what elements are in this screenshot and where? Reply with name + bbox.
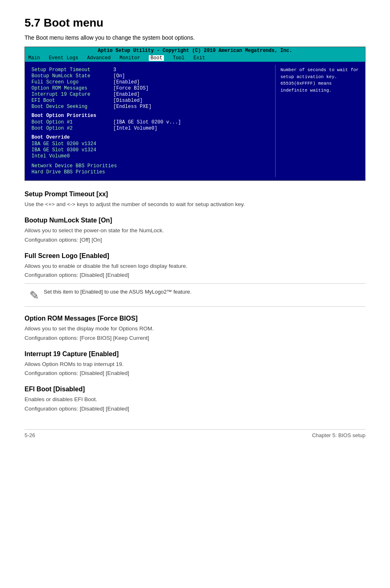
section-heading-efi: EFI Boot [Disabled]	[25, 386, 365, 393]
bios-body: Setup Prompt Timeout 3 Bootup NumLock St…	[25, 62, 365, 180]
menu-boot[interactable]: Boot	[149, 55, 164, 61]
section-interrupt-19-capture: Interrupt 19 Capture [Enabled] Allows Op…	[25, 350, 365, 378]
section-para-fsl-2: Configuration options: [Disabled] [Enabl…	[25, 271, 365, 279]
bios-row-boot-opt2: Boot Option #2 [Intel Volume0]	[31, 126, 269, 131]
section-para-efi-1: Enables or disables EFI Boot.	[25, 395, 365, 404]
bios-override-intel: Intel Volume0	[31, 153, 269, 159]
bios-title-bar: Aptio Setup Utility - Copyright (C) 2010…	[25, 47, 365, 54]
section-para-orm-2: Configuration options: [Force BIOS] [Kee…	[25, 334, 365, 342]
section-para-int-2: Configuration options: [Disabled] [Enabl…	[25, 369, 365, 377]
bios-row-setup-prompt: Setup Prompt Timeout 3	[31, 67, 269, 73]
bios-override-header: Boot Override	[31, 135, 269, 140]
bios-value-interrupt: [Enabled]	[113, 92, 140, 97]
section-full-screen-logo: Full Screen Logo [Enabled] Allows you to…	[25, 252, 365, 307]
section-bootup-numlock: Bootup NumLock State [On] Allows you to …	[25, 217, 365, 244]
menu-event-logs[interactable]: Event Logs	[49, 55, 78, 61]
section-heading-numlock: Bootup NumLock State [On]	[25, 217, 365, 224]
bios-main-panel: Setup Prompt Timeout 3 Bootup NumLock St…	[25, 65, 275, 177]
bios-label-option-rom: Option ROM Messages	[31, 85, 113, 91]
bios-row-interrupt: Interrupt 19 Capture [Enabled]	[31, 92, 269, 97]
page-title: 5.7 Boot menu	[25, 16, 365, 29]
bios-value-numlock: [On]	[113, 73, 125, 79]
bios-row-full-screen-logo: Full Screen Logo [Enabled]	[31, 79, 269, 85]
section-para-int-1: Allows Option ROMs to trap interrupt 19.	[25, 360, 365, 368]
bios-value-efi: [Disabled]	[113, 98, 143, 103]
bios-value-boot-device: [Endless PXE]	[113, 104, 152, 110]
menu-advanced[interactable]: Advanced	[87, 55, 111, 61]
bios-label-full-screen-logo: Full Screen Logo	[31, 79, 113, 85]
bios-network-device-bbs: Network Device BBS Priorities	[31, 163, 269, 169]
section-para-numlock-2: Configuration options: [Off] [On]	[25, 236, 365, 244]
bios-row-efi: EFI Boot [Disabled]	[31, 98, 269, 103]
bios-override-iba0300: IBA GE Slot 0300 v1324	[31, 147, 269, 153]
section-para-fsl-1: Allows you to enable or disable the full…	[25, 262, 365, 270]
menu-exit[interactable]: Exit	[193, 55, 205, 61]
bios-row-boot-opt1: Boot Option #1 [IBA GE Slot 0200 v...]	[31, 119, 269, 125]
section-para-efi-2: Configuration options: [Disabled] [Enabl…	[25, 405, 365, 413]
section-heading-interrupt: Interrupt 19 Capture [Enabled]	[25, 350, 365, 358]
menu-main[interactable]: Main	[28, 55, 40, 61]
section-para-setup-prompt: Use the <+> and <-> keys to adjust the n…	[25, 200, 365, 209]
bios-priorities-header: Boot Option Priorities	[31, 113, 269, 119]
bios-value-setup-prompt: 3	[113, 67, 116, 73]
note-box-mylogo: ✎ Set this item to [Enabled] to use the …	[25, 283, 365, 307]
section-para-numlock-1: Allows you to select the power-on state …	[25, 227, 365, 235]
bios-row-numlock: Bootup NumLock State [On]	[31, 73, 269, 79]
section-setup-prompt-timeout: Setup Prompt Timeout [xx] Use the <+> an…	[25, 191, 365, 209]
menu-tool[interactable]: Tool	[173, 55, 185, 61]
bios-help-text: Number of seconds to wait for setup acti…	[280, 67, 359, 93]
bios-value-option-rom: [Force BIOS]	[113, 85, 148, 91]
intro-paragraph: The Boot menu items allow you to change …	[25, 34, 365, 41]
bios-label-boot-opt1: Boot Option #1	[31, 119, 113, 125]
section-heading-setup-prompt: Setup Prompt Timeout [xx]	[25, 191, 365, 198]
note-pencil-icon: ✎	[29, 289, 39, 302]
bios-screen: Aptio Setup Utility - Copyright (C) 2010…	[25, 47, 365, 181]
section-heading-full-screen-logo: Full Screen Logo [Enabled]	[25, 252, 365, 260]
bios-override-iba0200: IBA GE Slot 0200 v1324	[31, 141, 269, 147]
bios-menu-bar: Main Event Logs Advanced Monitor Boot To…	[25, 54, 365, 62]
menu-monitor[interactable]: Monitor	[119, 55, 140, 61]
bios-value-boot-opt2: [Intel Volume0]	[113, 126, 157, 131]
bios-label-interrupt: Interrupt 19 Capture	[31, 92, 113, 97]
bios-label-setup-prompt: Setup Prompt Timeout	[31, 67, 113, 73]
bios-value-boot-opt1: [IBA GE Slot 0200 v...]	[113, 119, 181, 125]
bios-row-boot-device: Boot Device Seeking [Endless PXE]	[31, 104, 269, 110]
section-efi-boot: EFI Boot [Disabled] Enables or disables …	[25, 386, 365, 413]
bios-hard-drive-bbs: Hard Drive BBS Priorities	[31, 169, 269, 175]
bios-label-boot-opt2: Boot Option #2	[31, 126, 113, 131]
footer-chapter: Chapter 5: BIOS setup	[312, 432, 365, 438]
bios-row-option-rom: Option ROM Messages [Force BIOS]	[31, 85, 269, 91]
section-option-rom-messages: Option ROM Messages [Force BIOS] Allows …	[25, 315, 365, 342]
bios-help-panel: Number of seconds to wait for setup acti…	[275, 65, 365, 177]
page-footer: 5-26 Chapter 5: BIOS setup	[25, 429, 365, 438]
note-text-mylogo: Set this item to [Enabled] to use the AS…	[44, 288, 191, 296]
bios-label-numlock: Bootup NumLock State	[31, 73, 113, 79]
bios-value-full-screen-logo: [Enabled]	[113, 79, 140, 85]
bios-label-efi: EFI Boot	[31, 98, 113, 103]
footer-page-number: 5-26	[25, 432, 35, 438]
section-para-orm-1: Allows you to set the display mode for O…	[25, 325, 365, 333]
bios-label-boot-device: Boot Device Seeking	[31, 104, 113, 110]
section-heading-option-rom: Option ROM Messages [Force BIOS]	[25, 315, 365, 322]
